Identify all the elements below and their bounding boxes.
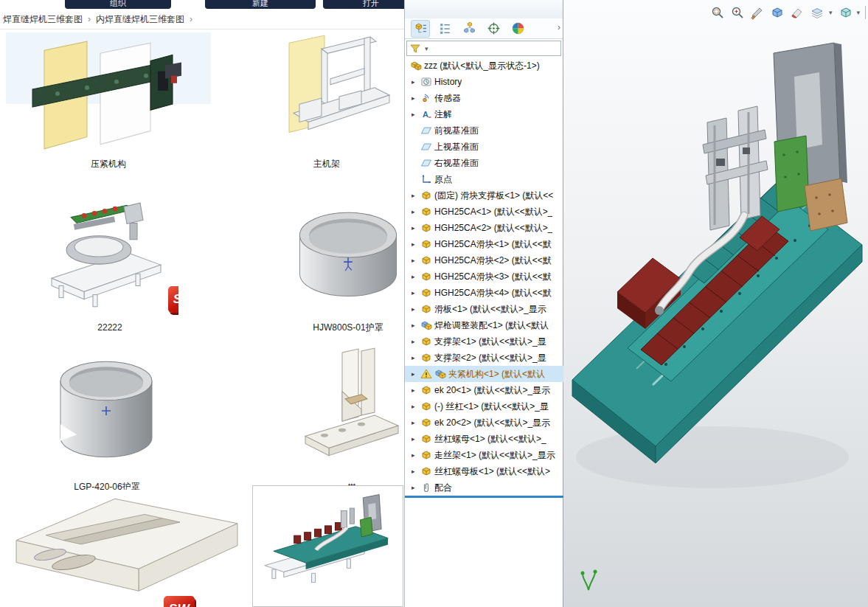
- expand-arrow-icon[interactable]: ▸: [412, 484, 420, 491]
- tree-item[interactable]: ▸传感器: [405, 90, 563, 106]
- file-item[interactable]: 压紧机构: [6, 32, 211, 173]
- annotation-icon: A: [420, 108, 432, 120]
- expand-panel-arrow[interactable]: ›: [558, 22, 560, 32]
- zoom-to-fit-icon[interactable]: [709, 4, 726, 21]
- apply-scene-icon[interactable]: [809, 4, 825, 21]
- expand-arrow-icon[interactable]: ▸: [412, 419, 420, 426]
- panel-splitter[interactable]: [405, 496, 563, 498]
- tree-item-label: 配合: [434, 482, 452, 494]
- breadcrumb-item[interactable]: 内焊直缝焊机三维套图: [96, 13, 184, 26]
- tree-item[interactable]: ▸夹紧机构<1> (默认<默认: [405, 366, 563, 382]
- file-item[interactable]: LGP-420-06护罩SW: [52, 347, 162, 496]
- tree-item[interactable]: ▸(-) 丝杠<1> (默认<<默认>_显: [405, 398, 563, 415]
- propertymanager-tab[interactable]: [435, 20, 454, 38]
- file-explorer-panel: 组织新建打开 焊直缝焊机三维套图›内焊直缝焊机三维套图› 压紧机构主机架2222…: [0, 0, 404, 607]
- tree-item[interactable]: ▸焊枪调整装配<1> (默认<默认: [405, 317, 563, 333]
- view-orientation-icon[interactable]: [838, 4, 854, 21]
- expand-arrow-icon[interactable]: ▸: [412, 94, 420, 102]
- expand-arrow-icon[interactable]: ▸: [412, 322, 420, 329]
- file-item[interactable]: ttt: [299, 347, 404, 496]
- tree-item[interactable]: ▸滑板<1> (默认<<默认>_显示: [405, 301, 563, 317]
- tree-item[interactable]: ▸HGH25CA滑块<4> (默认<<默: [405, 285, 563, 301]
- toolbar-button[interactable]: 组织: [65, 0, 171, 9]
- tree-item[interactable]: ▸支撑架<1> (默认<<默认>_显: [405, 333, 563, 350]
- tree-item-label: 焊枪调整装配<1> (默认<默认: [434, 319, 549, 332]
- expand-arrow-icon[interactable]: ▸: [412, 192, 420, 199]
- expand-arrow-icon[interactable]: ▸: [412, 289, 420, 296]
- tree-item[interactable]: ▸配合: [405, 479, 563, 496]
- tree-item-label: HGH25CA<1> (默认<<默认>_: [434, 206, 552, 218]
- tree-item[interactable]: ▸HGH25CA滑块<3> (默认<<默: [405, 268, 563, 285]
- expand-arrow-icon[interactable]: ▸: [412, 338, 420, 345]
- filter-caret-icon[interactable]: ▾: [425, 45, 428, 52]
- file-item[interactable]: 22222SW: [41, 190, 178, 336]
- tree-item[interactable]: ▸丝杠螺母<1> (默认<<默认>_: [405, 431, 563, 447]
- expand-arrow-icon[interactable]: ▸: [412, 403, 420, 410]
- file-item[interactable]: HJW800S-01护罩: [289, 190, 404, 336]
- part-icon: [420, 352, 432, 364]
- expand-arrow-icon[interactable]: ▸: [412, 370, 420, 378]
- filter-box[interactable]: ▾: [406, 41, 561, 56]
- expand-arrow-icon[interactable]: ▸: [412, 468, 420, 475]
- tree-root-row[interactable]: zzz (默认<默认_显示状态-1>): [405, 58, 563, 74]
- file-item[interactable]: [252, 485, 403, 607]
- breadcrumb-item[interactable]: 焊直缝焊机三维套图: [3, 13, 83, 26]
- tree-item-label: 支撑架<2> (默认<<默认>_显: [434, 352, 546, 364]
- tree-item[interactable]: ▸HGH25CA滑块<1> (默认<<默: [405, 236, 563, 252]
- tree-item[interactable]: ▸丝杠螺母板<1> (默认<<默认>: [405, 463, 563, 479]
- toolbar-button[interactable]: 打开: [323, 0, 404, 9]
- tree-item-label: HGH25CA滑块<1> (默认<<默: [434, 238, 552, 251]
- expand-arrow-icon[interactable]: ▸: [412, 111, 420, 118]
- expand-arrow-icon[interactable]: ▸: [412, 354, 420, 361]
- expand-arrow-icon[interactable]: ▸: [412, 451, 420, 459]
- tree-item[interactable]: ▸HGH25CA滑块<2> (默认<<默: [405, 252, 563, 268]
- expand-arrow-icon[interactable]: ▸: [412, 273, 420, 280]
- displaymanager-tab[interactable]: [508, 20, 527, 38]
- dimxpertmanager-tab[interactable]: [484, 20, 503, 38]
- tree-item[interactable]: 上视基准面: [405, 139, 563, 155]
- file-name: [3, 592, 249, 606]
- expand-arrow-icon[interactable]: ▸: [412, 78, 420, 86]
- tree-item[interactable]: ▸(固定) 滑块支撑板<1> (默认<<: [405, 187, 563, 204]
- breadcrumb: 焊直缝焊机三维套图›内焊直缝焊机三维套图›: [0, 10, 404, 30]
- tree-item[interactable]: ▸ek 20<1> (默认<<默认>_显示: [405, 382, 563, 398]
- dropdown-caret-icon[interactable]: ▾: [829, 9, 833, 16]
- configurationmanager-tab[interactable]: [459, 20, 479, 38]
- expand-arrow-icon[interactable]: ▸: [412, 208, 420, 215]
- edit-appearance-icon[interactable]: [789, 4, 805, 21]
- toolbar-button[interactable]: 新建: [205, 0, 316, 9]
- expand-arrow-icon[interactable]: ▸: [412, 257, 420, 264]
- assembly-3d-model[interactable]: [563, 0, 868, 607]
- section-view-icon[interactable]: [749, 4, 765, 21]
- tree-item[interactable]: 原点: [405, 171, 563, 187]
- solidworks-badge: SW: [164, 596, 195, 607]
- tree-item[interactable]: ▸HGH25CA<2> (默认<<默认>_: [405, 220, 563, 236]
- mate-reference-glyph: [581, 570, 597, 591]
- file-item[interactable]: SW: [3, 490, 249, 607]
- dropdown-caret-icon[interactable]: ▾: [856, 9, 860, 16]
- tree-item[interactable]: ▸HGH25CA<1> (默认<<默认>_: [405, 204, 563, 220]
- tree-item[interactable]: 前视基准面: [405, 122, 563, 139]
- tree-item[interactable]: ▸支撑架<2> (默认<<默认>_显: [405, 350, 563, 366]
- tree-item[interactable]: ▸A注解: [405, 106, 563, 122]
- file-thumbnail: [6, 32, 211, 158]
- tree-item[interactable]: ▸History: [405, 74, 563, 90]
- tree-item-label: 滑板<1> (默认<<默认>_显示: [434, 303, 546, 316]
- tree-item-label: ek 20<1> (默认<<默认>_显示: [434, 384, 550, 397]
- graphics-viewport[interactable]: ▾ ▾: [563, 0, 868, 607]
- expand-arrow-icon[interactable]: ▸: [412, 224, 420, 232]
- tree-item-label: (固定) 滑块支撑板<1> (默认<<: [434, 190, 553, 202]
- svg-text:A: A: [423, 110, 428, 119]
- tree-item[interactable]: ▸ek 20<2> (默认<<默认>_显示: [405, 415, 563, 431]
- tree-item[interactable]: ▸走丝架<1> (默认<<默认>_显示: [405, 447, 563, 463]
- display-style-icon[interactable]: [769, 4, 785, 21]
- expand-arrow-icon[interactable]: ▸: [412, 240, 420, 248]
- expand-arrow-icon[interactable]: ▸: [412, 305, 420, 313]
- expand-arrow-icon[interactable]: ▸: [412, 386, 420, 394]
- featuremanager-tab[interactable]: [411, 20, 430, 38]
- tree-item-label: 丝杠螺母板<1> (默认<<默认>: [434, 465, 550, 478]
- expand-arrow-icon[interactable]: ▸: [412, 435, 420, 443]
- zoom-to-area-icon[interactable]: [729, 4, 746, 21]
- tree-item[interactable]: 右视基准面: [405, 155, 563, 171]
- file-item[interactable]: 主机架: [251, 32, 403, 173]
